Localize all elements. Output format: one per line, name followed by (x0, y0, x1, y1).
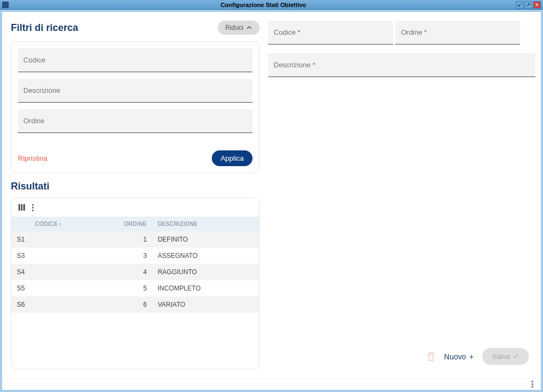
check-icon: ✓ (513, 352, 519, 361)
maximize-button[interactable]: ↗ (525, 1, 532, 9)
reset-button[interactable]: Ripristina (18, 154, 47, 162)
window-title: Configurazione Stati Obiettivo (11, 2, 516, 8)
reduce-button[interactable]: Riduci (218, 21, 260, 35)
filters-title: Filtri di ricerca (11, 22, 78, 34)
save-label: Salva (492, 352, 510, 361)
table-row[interactable]: S11DEFINITO (11, 231, 259, 248)
svg-rect-0 (18, 204, 20, 211)
columns-icon[interactable] (18, 204, 26, 211)
bottom-more-icon[interactable] (532, 381, 533, 388)
results-table: CODICE↑ ORDINE DESCRIZIONE S11DEFINITOS3… (11, 217, 259, 313)
ordine-filter-input[interactable] (18, 109, 252, 133)
minimize-button[interactable]: ↙ (516, 1, 523, 9)
window-titlebar: Configurazione Stati Obiettivo ↙ ↗ ✕ (0, 0, 543, 10)
column-codice[interactable]: CODICE↑ (11, 217, 86, 231)
descrizione-form-input[interactable] (268, 53, 535, 77)
table-row[interactable]: S66VARIATO (11, 296, 259, 313)
reduce-label: Riduci (225, 24, 243, 31)
codice-form-input[interactable] (268, 21, 393, 45)
results-card: CODICE↑ ORDINE DESCRIZIONE S11DEFINITOS3… (11, 198, 260, 369)
close-button[interactable]: ✕ (533, 1, 541, 9)
trash-icon[interactable] (427, 352, 435, 362)
ordine-form-input[interactable] (395, 21, 520, 45)
app-icon (2, 2, 9, 8)
new-button[interactable]: Nuovo + (444, 352, 474, 361)
chevron-up-icon (247, 25, 252, 30)
codice-filter-input[interactable] (18, 48, 252, 72)
table-row[interactable]: S33ASSEGNATO (11, 248, 259, 264)
table-row[interactable]: S44RAGGIUNTO (11, 264, 259, 280)
results-title: Risultati (11, 181, 260, 192)
table-row[interactable]: S55INCOMPLETO (11, 280, 259, 296)
save-button[interactable]: Salva ✓ (482, 348, 529, 365)
svg-rect-1 (21, 204, 23, 211)
descrizione-filter-input[interactable] (18, 79, 252, 103)
column-ordine[interactable]: ORDINE (86, 217, 153, 231)
column-descrizione[interactable]: DESCRIZIONE (152, 217, 259, 231)
more-options-icon[interactable] (32, 204, 34, 211)
svg-rect-2 (23, 204, 25, 211)
filter-card: Ripristina Applica (11, 41, 260, 173)
new-label: Nuovo (444, 352, 466, 361)
apply-button[interactable]: Applica (212, 150, 252, 166)
plus-icon: + (469, 352, 473, 361)
